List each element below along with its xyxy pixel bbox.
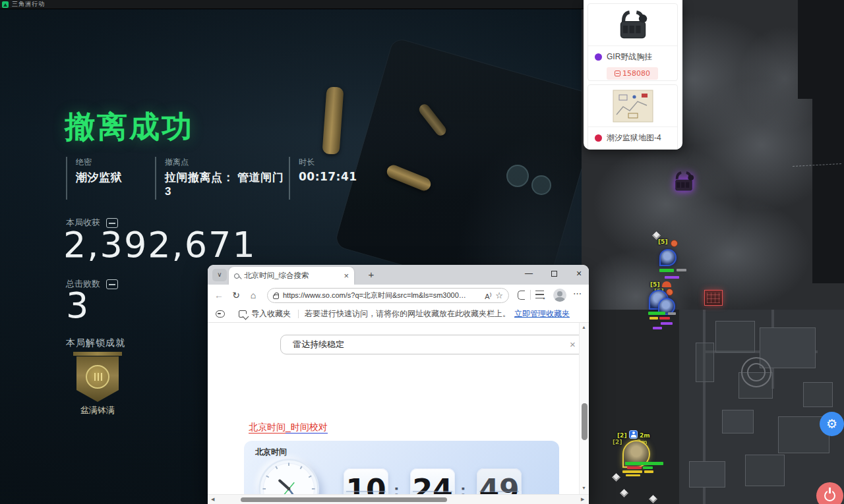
achievement-name: 盆满钵满 [74,405,121,416]
loot-bar [649,317,658,320]
loot-bar [653,327,662,329]
tab-search-dropdown-button[interactable]: ∨ [212,269,227,281]
loot-bar [648,312,665,315]
chevron-down-icon: ∨ [217,271,222,278]
distance-tag: 2m [640,432,650,439]
operator-pin-marker [659,249,677,266]
tab-preview-icon[interactable] [216,310,225,318]
bookmarks-divider [298,310,299,318]
loot-bar [665,276,679,279]
scroll-left-icon[interactable]: ◀ [211,497,214,502]
refresh-icon[interactable]: ↻ [227,290,245,300]
game-logo-icon [2,1,9,8]
stat-value-loot: 2,392,671 [63,227,256,263]
squad-tag: [2] [613,439,622,445]
import-favorites-label[interactable]: 导入收藏夹 [251,308,291,320]
browser-essentials-icon[interactable] [518,291,525,300]
scroll-down-icon[interactable]: ▼ [582,486,586,490]
night-vision-lens [531,175,551,195]
teammate-icon [629,430,638,439]
vertical-scroll-thumb[interactable] [582,403,588,440]
achievement-badge [76,352,119,402]
horizontal-scrollbar[interactable]: ◀ ▶ [208,494,589,504]
dropped-item-chest-rig [671,170,696,194]
loot-bar [644,470,653,473]
game-window-titlebar: 三角洲行动 [0,0,584,9]
chest-rig-image [614,10,652,40]
maximize-button[interactable] [543,265,565,284]
page-content: × 北京时间_时间校对 北京时间 [208,323,589,504]
result-link-time-check[interactable]: _时间校对 [286,422,328,434]
item-price: 158080 [622,69,650,78]
favorite-star-icon[interactable]: ☆ [495,291,503,300]
profile-avatar[interactable] [553,289,566,302]
minimize-button[interactable]: — [518,265,540,284]
info-group-clearance: 绝密 潮汐监狱 [66,157,155,200]
read-aloud-icon[interactable]: A [485,291,491,300]
settings-menu-icon[interactable]: ⋯ [573,289,582,298]
browser-toolbar: ← ↻ ⌂ https://www.so.com/s?q=北京时间&src=lm… [208,285,589,306]
stat-value-kills: 3 [66,288,90,323]
loot-bar [622,470,642,473]
toolbar-divider [530,290,531,300]
close-window-button[interactable]: × [568,265,589,284]
browser-window: ∨ 北京时间_综合搜索 × + — × ← ↻ ⌂ https://www.so… [208,265,589,504]
url-text: https://www.so.com/s?q=北京时间&src=lm&ls=sm… [283,291,481,300]
back-icon[interactable]: ← [210,290,227,300]
item-name: GIR野战胸挂 [607,51,652,63]
squad-tag: [2] [617,432,627,439]
favorites-bar-icon[interactable] [535,291,544,299]
lock-icon [273,294,279,299]
item-card[interactable]: GIR野战胸挂 158080 [588,3,678,81]
scroll-up-icon[interactable]: ▲ [582,325,586,329]
item-price-pill: 158080 [607,67,658,80]
extraction-result-title: 撤离成功 [65,107,194,148]
browser-tab[interactable]: 北京时间_综合搜索 × [229,267,354,285]
scene-bullet [322,86,344,155]
badge-core [92,373,103,381]
loot-bar [661,322,673,325]
tab-title: 北京时间_综合搜索 [244,271,339,281]
scroll-right-icon[interactable]: ▶ [581,497,584,502]
badge-ribbon [73,352,122,356]
detail-list-icon[interactable] [106,279,118,289]
item-name: 潮汐监狱地图-4 [607,132,661,144]
rarity-dot-purple [595,53,602,61]
item-card[interactable]: 潮汐监狱地图-4 [588,84,678,150]
power-icon [824,490,835,501]
map-building [803,382,833,407]
map-building [722,410,754,434]
helipad-marker [741,357,771,387]
vertical-scrollbar[interactable]: ▲ ▼ [579,323,589,494]
result-link-beijing-time[interactable]: 北京时间 [249,422,286,434]
loot-bar [677,269,686,271]
search-icon [234,273,239,279]
tab-close-icon[interactable]: × [344,271,349,281]
import-favorites-icon[interactable] [239,310,247,318]
manage-favorites-link[interactable]: 立即管理收藏夹 [514,308,570,320]
night-vision-lens [506,165,529,187]
prison-map-image [613,90,653,123]
item-image-map [588,85,677,127]
map-building [715,321,755,352]
game-window-title: 三角洲行动 [12,0,45,9]
highlighted-crate-marker [704,290,723,306]
loot-bar [627,466,642,469]
item-image-chest-rig [588,4,677,46]
new-tab-button[interactable]: + [364,268,378,281]
horizontal-scroll-thumb[interactable] [241,497,447,502]
settings-fab-button[interactable]: ⚙ [820,412,844,436]
map-building [745,455,785,486]
loot-bar [659,269,674,272]
power-fab-button[interactable] [816,482,843,504]
address-bar[interactable]: https://www.so.com/s?q=北京时间&src=lm&ls=sm… [267,288,509,303]
rarity-dot-red [595,134,602,142]
clear-search-icon[interactable]: × [570,339,576,350]
loot-bar [643,466,653,469]
achievement-heading: 本局解锁成就 [66,337,125,349]
search-input[interactable] [280,335,589,354]
info-group-duration: 时长 00:17:41 [289,157,357,200]
health-bar [625,462,663,465]
bookmarks-hint: 若要进行快速访问，请将你的网址收藏放在此收藏夹栏上。 [305,308,510,320]
home-icon[interactable]: ⌂ [245,290,262,300]
